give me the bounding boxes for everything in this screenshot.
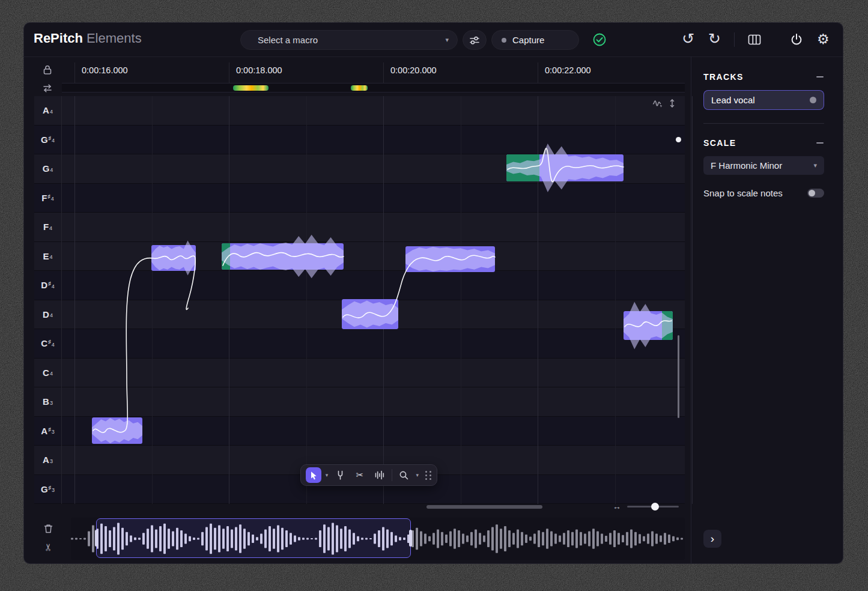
- tracks-collapse-button[interactable]: [816, 73, 824, 81]
- cut-tool-button[interactable]: ✂: [352, 467, 368, 483]
- waveform-tool-button[interactable]: [372, 467, 387, 483]
- overview-waveform-bar: [88, 531, 90, 546]
- overview-waveform-bar: [92, 526, 94, 553]
- pointer-tool-chevron[interactable]: ▾: [326, 472, 329, 478]
- waveform-bars-icon: [374, 470, 384, 480]
- track-monitor-dot[interactable]: [810, 97, 816, 103]
- overview-waveform-bar: [550, 531, 553, 546]
- overview-waveform-bar: [458, 530, 460, 547]
- vertical-zoom-button[interactable]: [668, 98, 676, 108]
- tuning-marker: [351, 85, 368, 91]
- vertical-scroll-handle[interactable]: [676, 137, 681, 142]
- piano-key-label: F4: [34, 213, 61, 242]
- pitch-pen-tool-button[interactable]: [332, 467, 348, 483]
- curve-display-button[interactable]: [652, 98, 663, 108]
- grid-corner-cell: [34, 59, 62, 96]
- chevron-down-icon: ▾: [445, 37, 449, 43]
- redo-button[interactable]: ↻: [708, 32, 721, 45]
- capture-button[interactable]: Capture: [491, 30, 579, 50]
- timeline-tick: [383, 62, 384, 83]
- snap-to-scale-toggle[interactable]: [807, 189, 824, 198]
- selection-left-handle[interactable]: [95, 530, 98, 547]
- macro-select[interactable]: Select a macro ▾: [240, 30, 458, 50]
- bypass-power-button[interactable]: [789, 32, 804, 47]
- overview-waveform-bar: [643, 536, 645, 541]
- overview-waveform-bar: [479, 533, 481, 545]
- overview-waveform-bar: [521, 532, 523, 545]
- note-green-segment: [662, 311, 673, 340]
- zoom-slider-knob[interactable]: [651, 503, 659, 511]
- overview-waveform-bar: [668, 535, 670, 543]
- gear-icon: ⚙: [817, 31, 830, 47]
- overview-waveform-bar: [449, 531, 452, 546]
- overview-waveform-bar: [441, 532, 443, 545]
- pointer-tool-button[interactable]: [306, 467, 321, 483]
- overview-waveform-bar: [491, 527, 494, 550]
- overview-waveform-bar: [647, 534, 649, 544]
- scale-collapse-button[interactable]: [816, 139, 824, 147]
- sliders-icon: [469, 34, 481, 46]
- piano-key-label: A3: [34, 446, 61, 475]
- timeline-label: 0:00:18.000: [236, 65, 282, 75]
- overview-waveform-strip[interactable]: [71, 518, 685, 560]
- scale-select[interactable]: F Harmonic Minor ▾: [703, 156, 824, 175]
- overview-waveform-bar: [580, 532, 582, 545]
- layout-panels-button[interactable]: [747, 33, 762, 46]
- timeline-tick: [229, 62, 229, 83]
- note-waveform: [342, 281, 398, 347]
- horizontal-zoom-control: ↔: [613, 502, 679, 511]
- overview-waveform-bar: [428, 536, 431, 541]
- overview-tools: ✂: [43, 523, 53, 552]
- overview-waveform-bar: [584, 534, 586, 544]
- selection-right-handle[interactable]: [409, 530, 412, 547]
- capture-ready-indicator[interactable]: [592, 32, 607, 47]
- piano-key-label: G♯3: [34, 475, 61, 505]
- overview-waveform-bar: [445, 535, 448, 543]
- overview-waveform-bar: [83, 538, 86, 540]
- magnifier-icon: [399, 470, 409, 480]
- overview-waveform-bar: [609, 533, 612, 545]
- macro-settings-button[interactable]: [463, 30, 487, 50]
- tuning-fork-icon: [336, 470, 345, 480]
- track-item-lead-vocal[interactable]: Lead vocal: [703, 90, 824, 110]
- overview-waveform-bar: [559, 535, 561, 542]
- overview-waveform-bar: [601, 534, 603, 544]
- note-blob[interactable]: [342, 299, 398, 329]
- overview-waveform-bar: [639, 534, 641, 544]
- overview-waveform-bar: [634, 532, 637, 545]
- tracks-section-title: TRACKS: [703, 72, 744, 82]
- overview-waveform-bar: [437, 530, 439, 548]
- overview-waveform-bar: [672, 536, 675, 541]
- overview-waveform-bar: [432, 533, 435, 545]
- piano-key-label: D4: [34, 300, 61, 330]
- pitch-grid[interactable]: [62, 96, 685, 504]
- lock-button[interactable]: [41, 64, 53, 76]
- toolbar-separator: [734, 32, 735, 47]
- overview-waveform-bar: [466, 535, 469, 542]
- overview-selection[interactable]: [96, 518, 411, 558]
- overview-waveform-bar: [487, 530, 490, 547]
- overview-waveform-bar: [533, 534, 536, 544]
- overview-waveform-bar: [75, 538, 77, 540]
- toolbar-drag-handle[interactable]: [425, 471, 432, 480]
- settings-button[interactable]: ⚙: [817, 31, 830, 47]
- overview-waveform-bar: [475, 530, 477, 548]
- piano-key-label: C♯4: [34, 329, 61, 359]
- overview-waveform-bar: [546, 529, 548, 549]
- redo-icon: ↻: [708, 30, 721, 47]
- delete-button[interactable]: [43, 523, 53, 534]
- zoom-tool-chevron[interactable]: ▾: [416, 472, 419, 478]
- zoom-slider-track[interactable]: [627, 506, 679, 508]
- undo-button[interactable]: ↺: [682, 32, 694, 45]
- timeline-tick: [74, 62, 75, 83]
- note-blob[interactable]: [624, 311, 673, 340]
- split-button[interactable]: ✂: [44, 543, 53, 551]
- note-blob[interactable]: [405, 246, 495, 272]
- loop-button[interactable]: [41, 83, 53, 94]
- overview-waveform-bar: [462, 534, 464, 544]
- sidebar-expand-button[interactable]: ›: [703, 530, 721, 548]
- vertical-scrollbar[interactable]: [678, 335, 679, 418]
- zoom-tool-button[interactable]: [396, 467, 412, 483]
- timeline-ruler[interactable]: 0:00:16.0000:00:18.0000:00:20.0000:00:22…: [62, 59, 685, 83]
- horizontal-scrollbar[interactable]: [426, 505, 542, 509]
